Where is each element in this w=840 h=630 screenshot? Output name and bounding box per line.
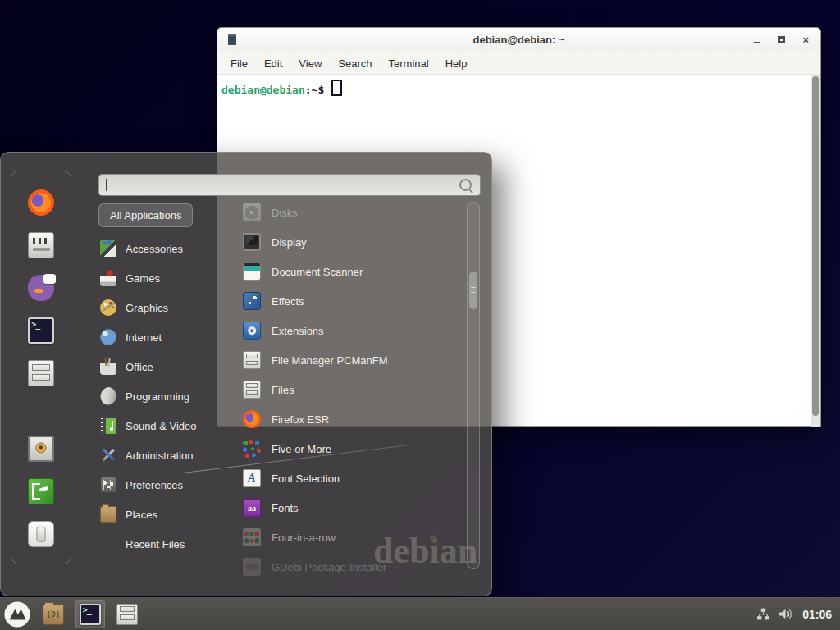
- app-label: Extensions: [272, 325, 324, 337]
- category-label: Administration: [126, 450, 193, 462]
- application-list: DisksDisplayDocument ScannerEffectsExten…: [218, 198, 466, 577]
- application-menu: All ApplicationsAccessoriesGamesGraphics…: [0, 152, 492, 596]
- category-preferences[interactable]: Preferences: [95, 470, 220, 500]
- category-internet[interactable]: Internet: [95, 322, 220, 352]
- extensions-icon: [243, 322, 261, 340]
- maximize-button[interactable]: [778, 36, 785, 43]
- session-shutdown-button[interactable]: [28, 521, 54, 547]
- prompt-line: debian@debian:~$: [217, 75, 820, 96]
- terminal-window-icon: [228, 34, 236, 45]
- minimize-button[interactable]: [754, 42, 760, 43]
- applications-scrollbar-thumb[interactable]: [469, 272, 477, 309]
- app-label: Firefox ESR: [272, 413, 329, 426]
- app-effects[interactable]: Effects: [218, 286, 466, 316]
- app-label: Disks: [272, 207, 298, 219]
- office-icon: [100, 358, 116, 375]
- app-label: File Manager PCManFM: [272, 354, 388, 367]
- app-extensions[interactable]: Extensions: [218, 316, 466, 345]
- app-label: GDebi Package Installer: [272, 561, 386, 573]
- file-manager-launcher[interactable]: [39, 600, 68, 628]
- window-controls: ×: [754, 28, 809, 52]
- category-recent-files[interactable]: Recent Files: [95, 529, 220, 559]
- category-places[interactable]: Places: [95, 500, 220, 529]
- favorite-terminal[interactable]: [28, 317, 54, 344]
- file-cabinet-icon: [243, 351, 261, 369]
- app-label: Five or More: [272, 443, 331, 455]
- file-cabinet-icon: [116, 604, 138, 625]
- app-files[interactable]: Files: [218, 375, 466, 404]
- font-selection-icon: [243, 469, 261, 487]
- category-label: Graphics: [126, 302, 168, 314]
- category-administration[interactable]: Administration: [95, 441, 220, 470]
- favorite-file-cabinet[interactable]: [28, 360, 54, 386]
- four-in-a-row-icon: [243, 528, 261, 546]
- app-five-or-more[interactable]: Five or More: [218, 434, 466, 463]
- app-label: Files: [272, 384, 294, 396]
- shutdown-icon: [28, 521, 54, 547]
- app-firefox-esr[interactable]: Firefox ESR: [218, 404, 466, 434]
- terminal-menu-view[interactable]: View: [290, 55, 330, 72]
- app-label: Fonts: [272, 502, 299, 514]
- app-fonts[interactable]: Fonts: [218, 493, 466, 523]
- app-label: Effects: [272, 295, 304, 308]
- terminal-menubar: FileEditViewSearchTerminalHelp: [217, 52, 820, 75]
- folder-icon: [43, 604, 64, 625]
- close-button[interactable]: ×: [802, 36, 809, 43]
- category-graphics[interactable]: Graphics: [95, 293, 220, 322]
- fonts-icon: [243, 499, 261, 517]
- terminal-cursor: [331, 80, 342, 96]
- clock[interactable]: 01:06: [802, 608, 832, 621]
- terminal-scrollbar[interactable]: [811, 75, 820, 427]
- document-scanner-icon: [243, 262, 261, 281]
- prompt-user: debian@debian: [221, 84, 305, 96]
- favorite-firefox[interactable]: [28, 189, 54, 216]
- terminal-launcher[interactable]: [75, 600, 105, 628]
- menu-button[interactable]: [3, 600, 31, 628]
- session-logout-button[interactable]: [28, 478, 54, 504]
- favorite-pidgin[interactable]: [28, 275, 54, 301]
- terminal-menu-search[interactable]: Search: [330, 55, 380, 72]
- category-sound-video[interactable]: Sound & Video: [95, 411, 220, 441]
- files-launcher[interactable]: [112, 600, 142, 628]
- session-lock-screen-button[interactable]: [28, 436, 54, 462]
- firefox-icon: [28, 189, 54, 216]
- category-list: All ApplicationsAccessoriesGamesGraphics…: [95, 203, 220, 559]
- terminal-titlebar[interactable]: debian@debian: ~ ×: [217, 28, 820, 52]
- category-all-applications[interactable]: All Applications: [98, 203, 193, 227]
- terminal-menu-help[interactable]: Help: [437, 55, 476, 72]
- app-disks[interactable]: Disks: [218, 198, 466, 227]
- network-icon[interactable]: [756, 607, 770, 621]
- terminal-menu-terminal[interactable]: Terminal: [381, 55, 437, 72]
- games-icon: [100, 270, 116, 286]
- category-label: Places: [126, 509, 158, 521]
- search-input[interactable]: [108, 174, 459, 196]
- category-games[interactable]: Games: [95, 263, 220, 293]
- app-document-scanner[interactable]: Document Scanner: [218, 257, 466, 286]
- category-accessories[interactable]: Accessories: [95, 234, 220, 263]
- favorite-mixer[interactable]: [28, 232, 54, 258]
- category-office[interactable]: Office: [95, 352, 220, 381]
- gdebi-icon: [243, 558, 261, 576]
- applications-scrollbar[interactable]: [467, 202, 480, 569]
- menu-logo-icon: [3, 600, 31, 628]
- category-label: Sound & Video: [126, 420, 197, 432]
- volume-icon[interactable]: [778, 607, 793, 621]
- pidgin-icon: [28, 275, 54, 301]
- app-gdebi-package-installer[interactable]: GDebi Package Installer: [218, 552, 466, 577]
- terminal-title: debian@debian: ~: [217, 34, 820, 46]
- file-cabinet-icon: [243, 381, 261, 399]
- app-display[interactable]: Display: [218, 227, 466, 257]
- file-cabinet-icon: [28, 360, 54, 386]
- administration-icon: [100, 447, 116, 463]
- category-programming[interactable]: Programming: [95, 381, 220, 411]
- taskbar: 01:06: [0, 597, 840, 630]
- terminal-scrollbar-thumb[interactable]: [812, 76, 819, 416]
- search-box[interactable]: [98, 174, 481, 196]
- terminal-menu-file[interactable]: File: [222, 55, 256, 72]
- prompt-suffix: :~$: [305, 84, 324, 96]
- app-four-in-a-row[interactable]: Four-in-a-row: [218, 523, 466, 552]
- app-file-manager-pcmanfm[interactable]: File Manager PCManFM: [218, 345, 466, 375]
- terminal-menu-edit[interactable]: Edit: [256, 55, 290, 72]
- display-icon: [243, 233, 261, 251]
- app-font-selection[interactable]: Font Selection: [218, 463, 466, 493]
